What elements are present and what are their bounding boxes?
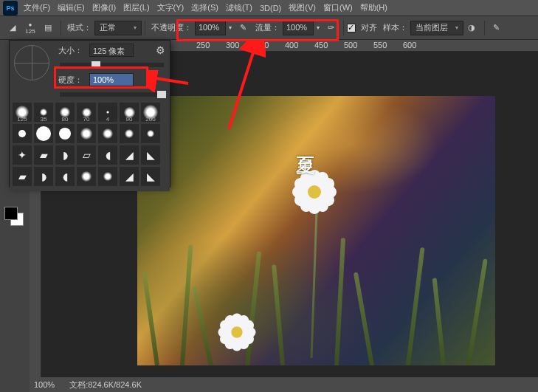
brush-preset[interactable]: ▱ — [77, 145, 96, 165]
menu-edit[interactable]: 编辑(E) — [58, 2, 85, 13]
brush-preset[interactable] — [141, 124, 160, 143]
menu-3d[interactable]: 3D(D) — [260, 4, 281, 13]
flower-image — [215, 310, 259, 354]
menu-help[interactable]: 帮助(H) — [360, 2, 387, 13]
brush-preset[interactable]: ◗ — [55, 145, 75, 165]
brush-preset[interactable] — [77, 167, 96, 186]
aligned-checkbox[interactable] — [347, 24, 356, 32]
brush-preset[interactable] — [120, 124, 139, 143]
brush-preset[interactable]: 4 — [98, 103, 117, 122]
ignore-adjust-icon[interactable]: ◑ — [463, 20, 480, 36]
brush-preset[interactable] — [55, 124, 75, 143]
brush-preset[interactable] — [77, 124, 96, 143]
options-bar: ◢ ●125 ▤ 模式： 正常▾ 不透明度： 100% ▾ ✎ 流量： 100%… — [0, 16, 538, 40]
pressure-size-icon[interactable]: ✎ — [488, 20, 504, 36]
brush-preset[interactable]: ◖ — [55, 167, 75, 186]
hardness-label: 硬度： — [58, 75, 89, 86]
brush-preset[interactable]: ◣ — [141, 167, 160, 186]
doc-size: 文档:824.6K/824.6K — [69, 379, 142, 391]
menu-layer[interactable]: 图层(L) — [123, 2, 149, 13]
brush-preset[interactable]: 70 — [77, 103, 96, 122]
brush-preset[interactable]: 80 — [55, 103, 75, 122]
flower-image — [292, 170, 337, 214]
opacity-field[interactable]: 100% — [195, 21, 226, 35]
hardness-slider[interactable] — [60, 92, 164, 97]
hardness-input[interactable]: 100% — [89, 73, 134, 86]
brush-preset[interactable]: ▰ — [34, 145, 53, 165]
menu-view[interactable]: 视图(V) — [289, 2, 316, 13]
flow-field[interactable]: 100% — [283, 21, 314, 35]
brush-preset[interactable]: 90 — [120, 103, 139, 122]
menu-select[interactable]: 选择(S) — [191, 2, 218, 13]
brush-preset[interactable]: ✦ — [13, 145, 32, 165]
size-label: 大小： — [58, 45, 89, 56]
mode-dropdown[interactable]: 正常▾ — [94, 21, 142, 35]
document-canvas[interactable]: 夏至 — [137, 96, 495, 365]
sample-label: 样本： — [383, 22, 407, 33]
brush-angle-preview[interactable] — [14, 45, 49, 80]
brush-preset[interactable]: ◢ — [120, 145, 139, 165]
brush-preset[interactable]: ▰ — [13, 167, 32, 186]
brush-preset[interactable]: ◗ — [34, 167, 53, 186]
menu-file[interactable]: 文件(F) — [24, 2, 50, 13]
sample-dropdown[interactable]: 当前图层▾ — [410, 21, 463, 35]
brush-presets: 125 35 80 70 4 90 200 ✦ ▰ ◗ ▱ ◖ ◢ ◣ ▰ — [10, 100, 170, 191]
brush-preset[interactable]: ◢ — [120, 167, 139, 186]
menu-image[interactable]: 图像(I) — [92, 2, 116, 13]
brush-preset[interactable]: ◣ — [141, 145, 160, 165]
brush-preset[interactable]: 125 — [13, 103, 32, 122]
foreground-swatch[interactable] — [4, 207, 18, 220]
flow-label: 流量： — [255, 22, 280, 33]
brush-preview-icon[interactable]: ●125 — [22, 20, 38, 36]
zoom-level[interactable]: 100% — [34, 380, 55, 389]
size-slider[interactable] — [60, 63, 164, 67]
brush-preset[interactable]: 35 — [34, 103, 53, 122]
menubar: Ps 文件(F) 编辑(E) 图像(I) 图层(L) 文字(Y) 选择(S) 滤… — [0, 0, 538, 16]
mode-label: 模式： — [67, 22, 92, 33]
status-bar: 100% 文档:824.6K/824.6K — [30, 377, 538, 392]
brush-preset[interactable]: ◖ — [98, 145, 117, 165]
gear-icon[interactable]: ⚙ — [156, 44, 165, 56]
app-logo: Ps — [3, 1, 18, 16]
brush-preset[interactable] — [34, 124, 53, 143]
brush-preset[interactable] — [98, 167, 117, 186]
brush-preset[interactable] — [98, 124, 117, 143]
size-input[interactable]: 125 像素 — [89, 44, 134, 57]
opacity-label: 不透明度： — [151, 22, 192, 33]
brush-popup: 大小： 125 像素 ⚙ 硬度： 100% 125 35 80 70 4 90 … — [9, 40, 170, 188]
airbrush-icon[interactable]: ✑ — [323, 20, 339, 36]
menu-window[interactable]: 窗口(W) — [323, 2, 353, 13]
menu-filter[interactable]: 滤镜(T) — [226, 2, 252, 13]
brush-preset[interactable] — [13, 124, 32, 143]
pressure-opacity-icon[interactable]: ✎ — [235, 20, 251, 36]
tool-preset-icon[interactable]: ◢ — [4, 20, 21, 36]
aligned-label: 对齐 — [361, 22, 377, 33]
brush-panel-icon[interactable]: ▤ — [40, 20, 56, 36]
menu-text[interactable]: 文字(Y) — [157, 2, 184, 13]
brush-preset[interactable]: 200 — [141, 103, 160, 122]
